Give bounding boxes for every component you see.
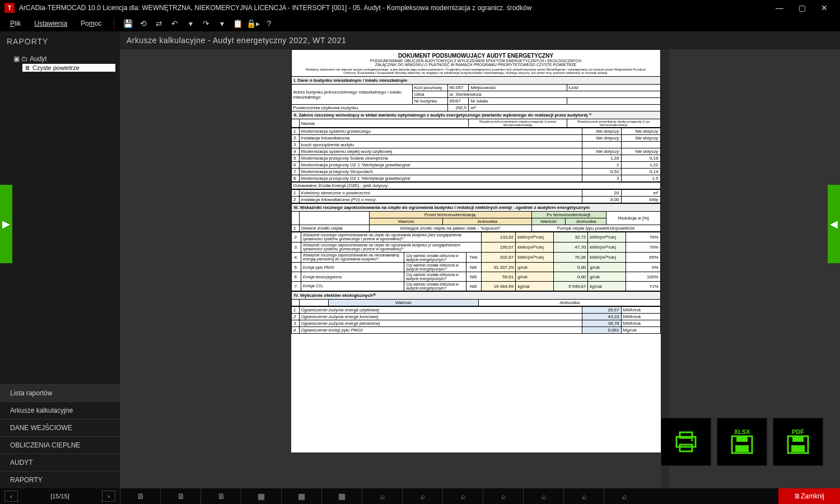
- undo-dropdown-icon[interactable]: ▾: [184, 17, 197, 30]
- footer-tool-4[interactable]: ▦: [241, 488, 281, 504]
- table-row-postunit: g/rok: [588, 263, 626, 272]
- sec3-red-h: Redukcja w [%]: [606, 212, 660, 225]
- nav-raporty[interactable]: RAPORTY: [0, 471, 120, 488]
- table-row-post: 1,5: [621, 175, 660, 182]
- footer-tool-12[interactable]: ⌕: [563, 488, 604, 504]
- table-row-name: Wskaźnik rocznego zapotrzebowania na nie…: [301, 253, 404, 263]
- table-row-reduction: 76%: [626, 232, 660, 242]
- close-button[interactable]: ✕: [813, 0, 836, 16]
- table-row-post: 0,18: [621, 155, 660, 162]
- table-row-ask: Czy wartość została obliczona w audycie …: [404, 253, 466, 263]
- menu-help[interactable]: Pomoc: [75, 17, 107, 30]
- table-row-num: 4.: [291, 253, 301, 263]
- footer-tool-7[interactable]: ⌕: [362, 488, 402, 504]
- doc-disclaimer: Niniejszy dokument nie stanowi audytu en…: [293, 67, 659, 76]
- svg-rect-2: [680, 445, 692, 451]
- sec2-col-name: Nazwa: [299, 119, 469, 128]
- footer-tool-6[interactable]: ▦: [321, 488, 362, 504]
- table-row-unit: m²: [621, 190, 660, 197]
- footer-tool-8[interactable]: ⌕: [402, 488, 442, 504]
- table-row-num: 7.: [291, 282, 301, 291]
- minimize-button[interactable]: —: [768, 0, 791, 16]
- nav-obliczenia[interactable]: OBLICZENIA CIEPLNE: [0, 436, 120, 454]
- table-row-reduction: 100%: [626, 272, 660, 282]
- tree-node-audyt[interactable]: ▣ 🗀 Audyt: [4, 54, 115, 64]
- svg-rect-8: [792, 436, 804, 442]
- close-panel-button[interactable]: 🗎 Zamknij: [778, 488, 840, 504]
- footer-tool-2[interactable]: 🗎: [160, 488, 200, 504]
- table-row-preval: 19 464,59: [481, 282, 515, 291]
- table-row-preval: 195,07: [481, 242, 515, 253]
- table-row-post: Nie dotyczy: [621, 148, 660, 155]
- menu-settings[interactable]: Ustawienia: [29, 17, 73, 30]
- next-page-panel[interactable]: ◀: [828, 185, 840, 263]
- table-row-num: 3.: [291, 242, 301, 253]
- table-row-reduction: 65%: [626, 253, 660, 263]
- nav-arkusze[interactable]: Arkusze kalkulacyjne: [0, 402, 120, 419]
- table-row-reduction: 71%: [626, 282, 660, 291]
- table-row-num: 6.: [291, 162, 299, 169]
- window-title: ArCADia-TERMOCAD 10.0 Licencja dla: WEWN…: [19, 4, 768, 12]
- export-icon[interactable]: ⇄: [152, 17, 166, 30]
- maximize-button[interactable]: ▢: [791, 0, 813, 16]
- table-row-unit: Mg/rok: [621, 327, 660, 334]
- xlsx-label: XLSX: [734, 428, 750, 435]
- page-next-button[interactable]: ›: [102, 491, 115, 502]
- page-prev-button[interactable]: ‹: [4, 491, 18, 502]
- nrb-label: Nr budynku: [412, 98, 447, 105]
- table-row-preval: 59,81: [481, 272, 515, 282]
- redo-icon[interactable]: ↷: [199, 17, 213, 30]
- table-row-name: Wskaźnik rocznego zapotrzebowania na cie…: [301, 242, 481, 253]
- clipboard-icon[interactable]: 📋: [231, 17, 244, 30]
- svg-point-3: [691, 439, 693, 441]
- table-row-num: 4.: [291, 148, 299, 155]
- table-row-num: 2.: [291, 197, 299, 203]
- sec3-post-h: Po termomodernizacji:: [531, 212, 606, 218]
- sidebar: RAPORTY ▣ 🗀 Audyt 🗎 Czyste powietrze Lis…: [0, 31, 120, 488]
- doc-sub2: ZAŁĄCZNIK DO WNIOSKU O PŁATNOŚĆ W RAMACH…: [293, 63, 659, 67]
- undo-icon[interactable]: ↶: [168, 17, 181, 30]
- redo-dropdown-icon[interactable]: ▾: [215, 17, 228, 30]
- footer-tool-9[interactable]: ⌕: [442, 488, 483, 504]
- table-row-name: Emisja pyłu PM10: [301, 263, 404, 272]
- export-pdf-button[interactable]: PDF: [773, 418, 823, 466]
- footer-bar: ‹ [15/15] › 🗎 🗎 🗎 ▦ ▦ ▦ ⌕ ⌕ ⌕ ⌕ ⌕ ⌕ ⌕ 🗎 …: [0, 488, 840, 504]
- table-row-postunit: kWh/(m²*rok): [588, 242, 626, 253]
- table-row-num: 1.: [291, 307, 299, 314]
- footer-tool-5[interactable]: ▦: [281, 488, 321, 504]
- sec3-post-val-h: Wartość: [531, 218, 566, 225]
- nav-audyt[interactable]: AUDYT: [0, 454, 120, 471]
- help-icon[interactable]: ?: [262, 17, 276, 30]
- table-row-postval: 70,26: [553, 253, 587, 263]
- footer-tool-1[interactable]: 🗎: [120, 488, 160, 504]
- table-row-postval: 0,00: [553, 272, 587, 282]
- save-icon[interactable]: 💾: [121, 17, 134, 30]
- sec2-col-upre: Współczynnik przenikania ciepła przegrod…: [469, 119, 567, 128]
- nav-dane-wejsciowe[interactable]: DANE WEJŚCIOWE: [0, 419, 120, 436]
- lock-icon[interactable]: 🔒▸: [246, 17, 260, 30]
- menu-file[interactable]: Plik: [4, 17, 26, 30]
- table-row-val: 38,78: [582, 320, 621, 327]
- pow-unit: m²: [469, 105, 660, 111]
- sec2-header: II. Zakres rzeczowy wchodzący w skład wa…: [291, 111, 660, 119]
- tree-leaf-czyste[interactable]: 🗎 Czyste powietrze: [22, 64, 115, 72]
- table-row-unit: MWh/rok: [621, 307, 660, 314]
- table-row-pre: 2: [582, 162, 621, 169]
- table-row-preunit: g/rok: [516, 272, 554, 282]
- table-row-name: Instalacja fotowoltaiczna: [299, 135, 582, 142]
- refresh-icon[interactable]: ⟲: [137, 17, 150, 30]
- table-row-pre: Nie dotyczy: [582, 128, 621, 135]
- nav-lista-raportow[interactable]: Lista raportów: [0, 384, 120, 402]
- prev-page-panel[interactable]: ▶: [0, 185, 12, 263]
- ulica-label: Ulica: [412, 91, 447, 98]
- print-button[interactable]: [661, 418, 711, 466]
- table-row-pre: Nie dotyczy: [582, 135, 621, 142]
- footer-tool-3[interactable]: 🗎: [200, 488, 241, 504]
- export-xlsx-button[interactable]: XLSX: [717, 418, 767, 466]
- footer-tool-13[interactable]: ⌕: [604, 488, 644, 504]
- footer-tool-11[interactable]: ⌕: [523, 488, 563, 504]
- table-row-unit: MWh/rok: [621, 314, 660, 320]
- app-icon: T: [4, 3, 15, 13]
- footer-tool-10[interactable]: ⌕: [483, 488, 523, 504]
- sec3-r1-post: Pompa ciepła typu powietrze/powietrze: [531, 225, 660, 232]
